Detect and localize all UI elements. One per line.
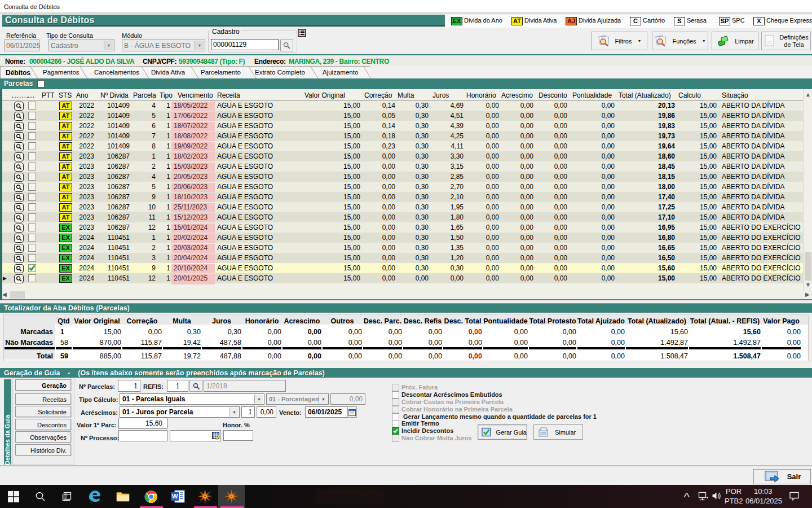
svg-text:W: W (172, 493, 178, 500)
